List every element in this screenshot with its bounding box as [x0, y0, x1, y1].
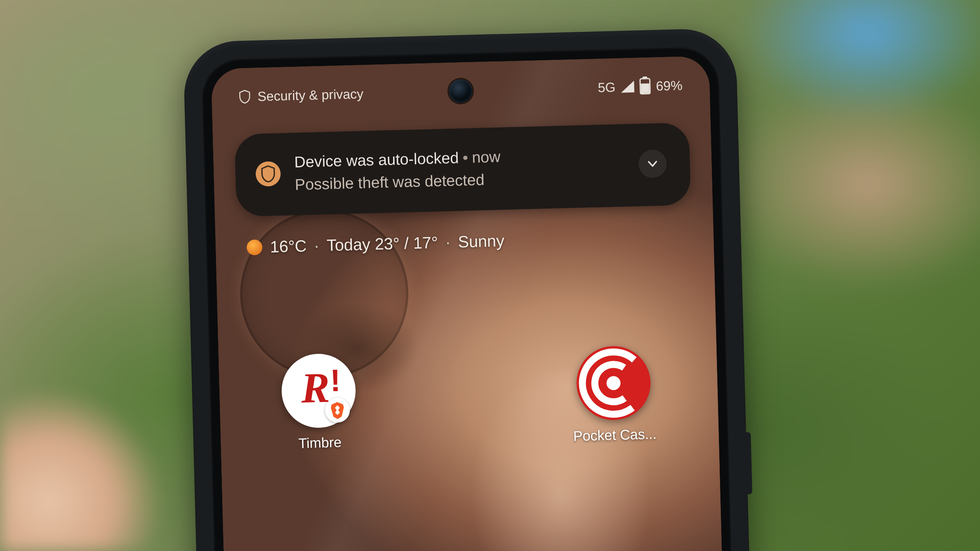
shield-icon	[260, 165, 276, 183]
notification-time: now	[472, 148, 501, 166]
home-screen-apps: R ! Timbre Pocket Cas...	[218, 343, 719, 453]
status-bar-left: Security & privacy	[239, 86, 364, 104]
battery-icon	[639, 78, 651, 94]
notification-card[interactable]: Device was auto-locked•now Possible thef…	[234, 122, 691, 217]
app-label: Timbre	[298, 434, 342, 452]
weather-today-label: Today	[327, 235, 371, 254]
chevron-down-icon	[646, 157, 659, 171]
weather-current-temp: 16°C	[270, 237, 307, 256]
app-timbre[interactable]: R ! Timbre	[281, 353, 357, 452]
weather-widget[interactable]: 16°C · Today 23° / 17° · Sunny	[246, 231, 504, 257]
notification-title: Device was auto-locked	[294, 149, 459, 170]
sun-icon	[246, 240, 262, 255]
status-app-context: Security & privacy	[257, 86, 364, 104]
battery-percent: 69%	[656, 78, 683, 94]
notification-content: Device was auto-locked•now Possible thef…	[294, 143, 625, 195]
weather-high-low: 23° / 17°	[374, 233, 438, 253]
svg-point-2	[606, 376, 621, 390]
signal-icon	[621, 81, 634, 93]
weather-condition: Sunny	[458, 231, 504, 251]
status-bar-right: 5G 69%	[598, 77, 683, 96]
notification-app-icon	[255, 161, 281, 187]
app-pocket-casts[interactable]: Pocket Cas...	[571, 345, 657, 444]
app-label: Pocket Cas...	[573, 426, 657, 444]
network-label: 5G	[598, 79, 616, 95]
pocket-casts-app-icon	[576, 345, 652, 421]
weather-separator: ·	[314, 236, 319, 255]
phone-device: Security & privacy 5G 69% Device was aut	[211, 56, 723, 551]
brave-badge-icon	[325, 397, 350, 423]
expand-button[interactable]	[638, 149, 667, 178]
hand-holding-phone	[0, 388, 163, 551]
notification-separator: •	[462, 149, 468, 166]
phone-screen[interactable]: Security & privacy 5G 69% Device was aut	[211, 56, 723, 551]
timbre-app-icon: R !	[281, 353, 357, 429]
weather-separator: ·	[445, 233, 450, 252]
shield-icon	[239, 89, 251, 104]
